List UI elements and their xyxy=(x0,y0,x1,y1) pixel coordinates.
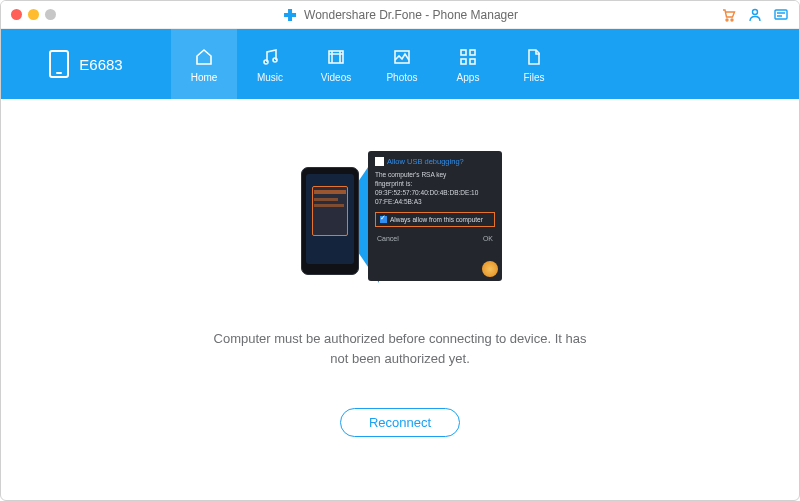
videos-icon xyxy=(325,46,347,68)
tap-hint-icon xyxy=(482,261,498,277)
tab-videos[interactable]: Videos xyxy=(303,29,369,99)
app-title: Wondershare Dr.Fone - Phone Manager xyxy=(304,8,518,22)
close-window-button[interactable] xyxy=(11,9,22,20)
main-content: Allow USB debugging? The computer's RSA … xyxy=(1,99,799,500)
music-icon xyxy=(259,46,281,68)
usb-body-line: fingerprint is: xyxy=(375,179,495,188)
usb-dialog-title: Allow USB debugging? xyxy=(387,157,464,166)
tab-label: Apps xyxy=(457,72,480,83)
device-name: E6683 xyxy=(79,56,122,73)
svg-rect-13 xyxy=(470,59,475,64)
svg-point-2 xyxy=(726,19,728,21)
svg-point-7 xyxy=(273,58,277,62)
nav-tabs: Home Music Videos Photos Apps Files xyxy=(171,29,567,99)
navbar: E6683 Home Music Videos Photos Apps xyxy=(1,29,799,99)
feedback-icon[interactable] xyxy=(773,7,789,23)
usb-cancel: Cancel xyxy=(377,235,399,242)
title-center: Wondershare Dr.Fone - Phone Manager xyxy=(282,7,518,23)
svg-rect-8 xyxy=(329,51,343,63)
tab-label: Photos xyxy=(386,72,417,83)
svg-rect-11 xyxy=(470,50,475,55)
titlebar-actions xyxy=(721,7,789,23)
always-allow-label: Always allow from this computer xyxy=(390,216,483,223)
tab-apps[interactable]: Apps xyxy=(435,29,501,99)
svg-rect-12 xyxy=(461,59,466,64)
svg-rect-1 xyxy=(284,13,296,17)
tab-photos[interactable]: Photos xyxy=(369,29,435,99)
checkbox-icon xyxy=(380,216,387,223)
titlebar: Wondershare Dr.Fone - Phone Manager xyxy=(1,1,799,29)
minimize-window-button[interactable] xyxy=(28,9,39,20)
home-icon xyxy=(193,46,215,68)
usb-debug-popup: Allow USB debugging? The computer's RSA … xyxy=(368,151,502,281)
svg-point-4 xyxy=(753,9,758,14)
cart-icon[interactable] xyxy=(721,7,737,23)
tab-home[interactable]: Home xyxy=(171,29,237,99)
reconnect-button[interactable]: Reconnect xyxy=(340,408,460,437)
usb-icon xyxy=(375,157,384,166)
usb-body-line: The computer's RSA key xyxy=(375,170,495,179)
phone-icon xyxy=(49,50,69,78)
svg-point-6 xyxy=(264,60,268,64)
usb-body-line: 07:FE:A4:5B:A3 xyxy=(375,197,495,206)
tab-music[interactable]: Music xyxy=(237,29,303,99)
usb-ok: OK xyxy=(483,235,493,242)
maximize-window-button xyxy=(45,9,56,20)
illustration-phone xyxy=(301,167,359,275)
authorize-illustration: Allow USB debugging? The computer's RSA … xyxy=(295,149,505,289)
svg-point-3 xyxy=(731,19,733,21)
usb-body-line: 09:3F:52:57:70:40:D0:4B:DB:DE:10 xyxy=(375,188,495,197)
photos-icon xyxy=(391,46,413,68)
user-icon[interactable] xyxy=(747,7,763,23)
window-controls xyxy=(11,9,56,20)
device-selector[interactable]: E6683 xyxy=(1,29,171,99)
always-allow-row: Always allow from this computer xyxy=(375,212,495,227)
tab-label: Videos xyxy=(321,72,351,83)
svg-rect-5 xyxy=(775,10,787,19)
app-logo-icon xyxy=(282,7,298,23)
files-icon xyxy=(523,46,545,68)
tab-label: Music xyxy=(257,72,283,83)
apps-icon xyxy=(457,46,479,68)
tab-files[interactable]: Files xyxy=(501,29,567,99)
svg-rect-10 xyxy=(461,50,466,55)
tab-label: Home xyxy=(191,72,218,83)
tab-label: Files xyxy=(523,72,544,83)
status-message: Computer must be authorized before conne… xyxy=(210,329,590,368)
app-window: Wondershare Dr.Fone - Phone Manager E668… xyxy=(0,0,800,501)
